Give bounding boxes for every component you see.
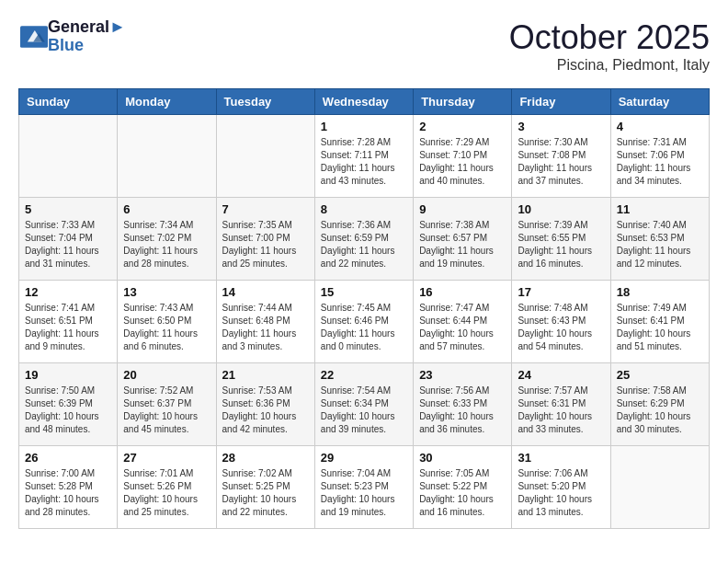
calendar-empty-cell [118, 115, 216, 198]
page-header: General► Blue October 2025 Piscina, Pied… [18, 18, 710, 74]
day-number: 26 [25, 451, 111, 465]
day-detail: Sunrise: 7:49 AM Sunset: 6:41 PM Dayligh… [617, 302, 703, 353]
calendar-day-cell: 28Sunrise: 7:02 AM Sunset: 5:25 PM Dayli… [216, 446, 314, 529]
day-number: 12 [25, 285, 111, 299]
calendar-day-cell: 13Sunrise: 7:43 AM Sunset: 6:50 PM Dayli… [118, 281, 216, 363]
month-title: October 2025 [509, 18, 710, 57]
calendar-day-cell: 31Sunrise: 7:06 AM Sunset: 5:20 PM Dayli… [512, 446, 610, 529]
day-detail: Sunrise: 7:40 AM Sunset: 6:53 PM Dayligh… [617, 219, 703, 270]
day-number: 15 [321, 285, 407, 299]
day-number: 5 [25, 202, 111, 216]
calendar-day-cell: 26Sunrise: 7:00 AM Sunset: 5:28 PM Dayli… [19, 446, 118, 529]
day-detail: Sunrise: 7:01 AM Sunset: 5:26 PM Dayligh… [123, 467, 210, 519]
calendar-day-cell: 21Sunrise: 7:53 AM Sunset: 6:36 PM Dayli… [216, 363, 314, 446]
location: Piscina, Piedmont, Italy [509, 57, 710, 74]
title-block: October 2025 Piscina, Piedmont, Italy [509, 18, 710, 74]
calendar-day-cell: 5Sunrise: 7:33 AM Sunset: 7:04 PM Daylig… [19, 198, 118, 281]
logo-text-line1: General► [48, 18, 126, 37]
day-detail: Sunrise: 7:43 AM Sunset: 6:50 PM Dayligh… [123, 302, 210, 353]
day-detail: Sunrise: 7:52 AM Sunset: 6:37 PM Dayligh… [123, 385, 210, 436]
day-number: 29 [321, 451, 407, 465]
calendar-day-cell: 2Sunrise: 7:29 AM Sunset: 7:10 PM Daylig… [414, 115, 512, 198]
calendar-empty-cell [610, 446, 709, 529]
day-detail: Sunrise: 7:36 AM Sunset: 6:59 PM Dayligh… [321, 219, 407, 270]
calendar-day-cell: 11Sunrise: 7:40 AM Sunset: 6:53 PM Dayli… [610, 198, 709, 281]
day-number: 27 [123, 451, 210, 465]
day-detail: Sunrise: 7:38 AM Sunset: 6:57 PM Dayligh… [419, 219, 506, 270]
calendar-day-cell: 17Sunrise: 7:48 AM Sunset: 6:43 PM Dayli… [512, 281, 610, 363]
day-number: 8 [321, 202, 407, 216]
calendar-header-row: SundayMondayTuesdayWednesdayThursdayFrid… [19, 89, 710, 115]
day-number: 11 [617, 202, 703, 216]
weekday-header-friday: Friday [512, 89, 610, 115]
calendar-day-cell: 4Sunrise: 7:31 AM Sunset: 7:06 PM Daylig… [610, 115, 709, 198]
day-number: 2 [419, 120, 506, 133]
calendar-week-row: 5Sunrise: 7:33 AM Sunset: 7:04 PM Daylig… [19, 198, 710, 281]
day-number: 16 [419, 285, 506, 299]
day-number: 21 [222, 368, 309, 382]
day-number: 1 [321, 120, 407, 133]
day-detail: Sunrise: 7:34 AM Sunset: 7:02 PM Dayligh… [123, 219, 210, 270]
day-detail: Sunrise: 7:30 AM Sunset: 7:08 PM Dayligh… [518, 136, 604, 188]
logo: General► Blue [18, 18, 126, 55]
day-detail: Sunrise: 7:56 AM Sunset: 6:33 PM Dayligh… [419, 385, 506, 436]
calendar-day-cell: 30Sunrise: 7:05 AM Sunset: 5:22 PM Dayli… [414, 446, 512, 529]
day-detail: Sunrise: 7:53 AM Sunset: 6:36 PM Dayligh… [222, 385, 309, 436]
day-detail: Sunrise: 7:45 AM Sunset: 6:46 PM Dayligh… [321, 302, 407, 353]
day-detail: Sunrise: 7:47 AM Sunset: 6:44 PM Dayligh… [419, 302, 506, 353]
day-detail: Sunrise: 7:54 AM Sunset: 6:34 PM Dayligh… [321, 385, 407, 436]
day-detail: Sunrise: 7:57 AM Sunset: 6:31 PM Dayligh… [518, 385, 604, 436]
weekday-header-saturday: Saturday [610, 89, 709, 115]
day-number: 28 [222, 451, 309, 465]
day-number: 20 [123, 368, 210, 382]
day-number: 30 [419, 451, 506, 465]
calendar-day-cell: 24Sunrise: 7:57 AM Sunset: 6:31 PM Dayli… [512, 363, 610, 446]
day-detail: Sunrise: 7:29 AM Sunset: 7:10 PM Dayligh… [419, 136, 506, 188]
day-number: 19 [25, 368, 111, 382]
day-detail: Sunrise: 7:48 AM Sunset: 6:43 PM Dayligh… [518, 302, 604, 353]
day-number: 3 [518, 120, 604, 133]
day-number: 31 [518, 451, 604, 465]
day-detail: Sunrise: 7:31 AM Sunset: 7:06 PM Dayligh… [617, 136, 703, 188]
day-number: 22 [321, 368, 407, 382]
calendar-empty-cell [216, 115, 314, 198]
calendar-table: SundayMondayTuesdayWednesdayThursdayFrid… [18, 88, 710, 529]
day-detail: Sunrise: 7:44 AM Sunset: 6:48 PM Dayligh… [222, 302, 309, 353]
day-detail: Sunrise: 7:58 AM Sunset: 6:29 PM Dayligh… [617, 385, 703, 436]
day-detail: Sunrise: 7:00 AM Sunset: 5:28 PM Dayligh… [25, 467, 111, 519]
calendar-day-cell: 10Sunrise: 7:39 AM Sunset: 6:55 PM Dayli… [512, 198, 610, 281]
day-detail: Sunrise: 7:04 AM Sunset: 5:23 PM Dayligh… [321, 467, 407, 519]
calendar-day-cell: 20Sunrise: 7:52 AM Sunset: 6:37 PM Dayli… [118, 363, 216, 446]
calendar-day-cell: 7Sunrise: 7:35 AM Sunset: 7:00 PM Daylig… [216, 198, 314, 281]
day-detail: Sunrise: 7:39 AM Sunset: 6:55 PM Dayligh… [518, 219, 604, 270]
logo-icon [20, 26, 48, 48]
day-number: 13 [123, 285, 210, 299]
day-detail: Sunrise: 7:50 AM Sunset: 6:39 PM Dayligh… [25, 385, 111, 436]
calendar-day-cell: 22Sunrise: 7:54 AM Sunset: 6:34 PM Dayli… [314, 363, 413, 446]
day-number: 4 [617, 120, 703, 133]
calendar-day-cell: 25Sunrise: 7:58 AM Sunset: 6:29 PM Dayli… [610, 363, 709, 446]
calendar-day-cell: 1Sunrise: 7:28 AM Sunset: 7:11 PM Daylig… [314, 115, 413, 198]
day-number: 18 [617, 285, 703, 299]
day-detail: Sunrise: 7:28 AM Sunset: 7:11 PM Dayligh… [321, 136, 407, 188]
logo-text-line2: Blue [48, 37, 126, 55]
calendar-day-cell: 8Sunrise: 7:36 AM Sunset: 6:59 PM Daylig… [314, 198, 413, 281]
day-detail: Sunrise: 7:05 AM Sunset: 5:22 PM Dayligh… [419, 467, 506, 519]
weekday-header-wednesday: Wednesday [314, 89, 413, 115]
calendar-day-cell: 27Sunrise: 7:01 AM Sunset: 5:26 PM Dayli… [118, 446, 216, 529]
calendar-day-cell: 12Sunrise: 7:41 AM Sunset: 6:51 PM Dayli… [19, 281, 118, 363]
calendar-day-cell: 9Sunrise: 7:38 AM Sunset: 6:57 PM Daylig… [414, 198, 512, 281]
day-number: 6 [123, 202, 210, 216]
day-detail: Sunrise: 7:02 AM Sunset: 5:25 PM Dayligh… [222, 467, 309, 519]
calendar-day-cell: 15Sunrise: 7:45 AM Sunset: 6:46 PM Dayli… [314, 281, 413, 363]
calendar-day-cell: 29Sunrise: 7:04 AM Sunset: 5:23 PM Dayli… [314, 446, 413, 529]
day-number: 24 [518, 368, 604, 382]
calendar-week-row: 19Sunrise: 7:50 AM Sunset: 6:39 PM Dayli… [19, 363, 710, 446]
calendar-week-row: 1Sunrise: 7:28 AM Sunset: 7:11 PM Daylig… [19, 115, 710, 198]
weekday-header-monday: Monday [118, 89, 216, 115]
calendar-day-cell: 3Sunrise: 7:30 AM Sunset: 7:08 PM Daylig… [512, 115, 610, 198]
calendar-day-cell: 16Sunrise: 7:47 AM Sunset: 6:44 PM Dayli… [414, 281, 512, 363]
calendar-day-cell: 19Sunrise: 7:50 AM Sunset: 6:39 PM Dayli… [19, 363, 118, 446]
day-number: 14 [222, 285, 309, 299]
day-number: 25 [617, 368, 703, 382]
